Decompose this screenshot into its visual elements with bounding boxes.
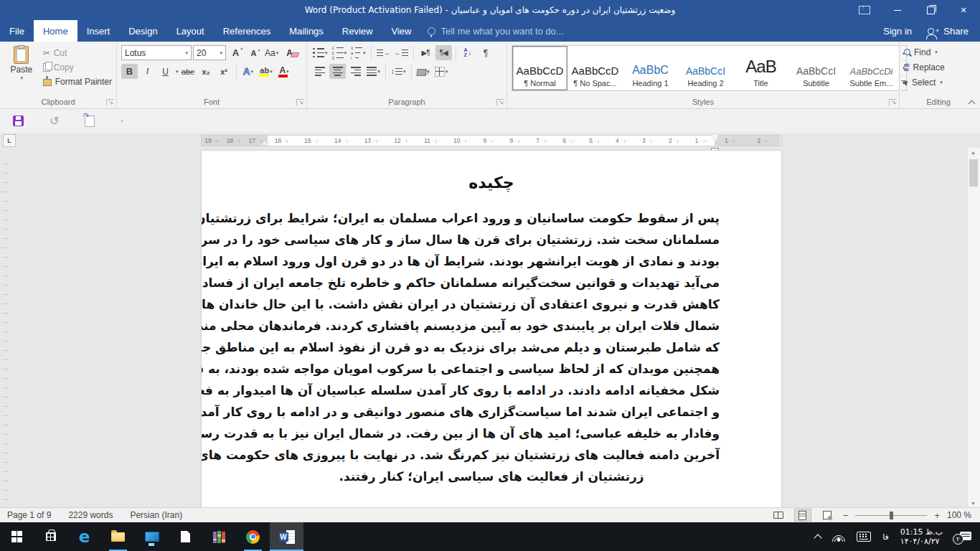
ltr-text-direction-button[interactable]: ▶¶	[418, 45, 434, 60]
rtl-text-direction-button[interactable]: ¶◀	[435, 45, 452, 60]
align-center-button[interactable]	[329, 64, 346, 79]
vertical-scrollbar[interactable]: ▲ ▼	[967, 148, 980, 508]
shrink-font-button[interactable]: A	[245, 45, 262, 60]
zoom-level[interactable]: 100 %	[947, 510, 971, 520]
read-mode-button[interactable]	[770, 509, 787, 522]
ribbon-tab[interactable]: Design	[119, 20, 166, 42]
touch-keyboard-icon[interactable]	[857, 532, 871, 542]
tell-me-box[interactable]: Tell me what you want to do...	[428, 20, 563, 42]
indent-marker-left[interactable]	[261, 140, 268, 145]
replace-button[interactable]: abacReplace	[904, 60, 973, 74]
superscript-button[interactable]: x²	[216, 64, 232, 79]
vertical-ruler[interactable]	[2, 155, 9, 501]
bold-button[interactable]: B	[121, 64, 138, 79]
minimize-button[interactable]	[881, 0, 914, 20]
close-button[interactable]: ✕	[947, 0, 980, 20]
taskbar-file-explorer[interactable]	[101, 522, 135, 551]
language-indicator[interactable]: Persian (Iran)	[130, 510, 182, 520]
repeat-icon[interactable]	[85, 116, 95, 127]
borders-button[interactable]: ▾	[433, 64, 450, 79]
collapse-ribbon-button[interactable]	[969, 99, 974, 105]
taskbar-winrar[interactable]	[202, 522, 236, 551]
word-count[interactable]: 2229 words	[68, 510, 113, 520]
font-name-combobox[interactable]: Lotus▾	[121, 45, 192, 60]
style-item[interactable]: AaBbCcDi Subtle Em...	[844, 46, 899, 90]
bullets-button[interactable]: ▾	[311, 45, 329, 60]
underline-dropdown-arrow[interactable]: ▾	[176, 69, 179, 75]
clipboard-dialog-launcher[interactable]: ↘	[106, 99, 114, 105]
increase-indent-button[interactable]: ←	[393, 45, 410, 60]
show-paragraph-marks-button[interactable]: ¶	[478, 45, 494, 60]
ribbon-display-options-button[interactable]	[848, 0, 881, 20]
format-painter-button[interactable]: Format Painter	[43, 75, 112, 88]
tray-chevron-icon[interactable]	[814, 534, 821, 542]
style-item[interactable]: AaBbCcD ¶ Normal	[512, 46, 567, 90]
start-button[interactable]	[0, 522, 34, 551]
clear-formatting-button[interactable]: A	[281, 45, 298, 60]
font-dialog-launcher[interactable]: ↘	[296, 99, 304, 105]
scrollbar-thumb[interactable]	[969, 159, 978, 187]
multilevel-list-button[interactable]: 1ai▾	[349, 45, 367, 60]
taskbar-this-pc[interactable]	[135, 522, 169, 551]
copy-button[interactable]: Copy	[43, 61, 112, 73]
style-item[interactable]: AaBbCcI Heading 2	[678, 46, 733, 90]
paste-dropdown-arrow[interactable]: ▾	[21, 75, 24, 81]
zoom-slider[interactable]	[855, 515, 927, 516]
underline-button[interactable]: U	[157, 64, 174, 79]
language-indicator-tray[interactable]: فا	[882, 532, 889, 542]
zoom-slider-thumb[interactable]	[890, 512, 893, 519]
taskbar-chrome[interactable]	[236, 522, 270, 551]
save-icon[interactable]	[13, 116, 24, 126]
style-item[interactable]: AaBbC Heading 1	[623, 46, 678, 90]
document-page[interactable]: چکیده پس از سقوط حکومت ساسانیان و ورود ا…	[201, 150, 782, 508]
ribbon-tab[interactable]: Review	[333, 20, 382, 42]
page-indicator[interactable]: Page 1 of 9	[7, 510, 51, 520]
subscript-button[interactable]: x₂	[198, 64, 215, 79]
align-right-button[interactable]	[347, 64, 364, 79]
taskbar-notepad[interactable]	[169, 522, 202, 551]
sort-button[interactable]: AZ↓	[460, 45, 476, 60]
justify-button[interactable]: ▾	[365, 64, 382, 79]
ribbon-tab[interactable]: File	[0, 20, 34, 42]
style-item[interactable]: AaBbCcI Subtitle	[788, 46, 844, 90]
zoom-in-button[interactable]: +	[934, 510, 940, 521]
customize-qat-dropdown[interactable]: ▾	[121, 118, 123, 124]
style-item[interactable]: AaBbCcD ¶ No Spac...	[567, 46, 623, 90]
print-layout-button[interactable]	[794, 509, 811, 522]
decrease-indent-button[interactable]: →	[375, 45, 392, 60]
font-size-combobox[interactable]: 20▾	[193, 45, 226, 60]
zoom-out-button[interactable]: −	[843, 510, 849, 521]
numbering-button[interactable]: 123▾	[331, 45, 349, 60]
taskbar-clock[interactable]: ب.ظ 01:15 ۱۴۰۴/۰۸/۲۷	[900, 527, 943, 546]
undo-icon[interactable]: ↺	[50, 116, 59, 126]
text-highlight-button[interactable]: ab▾	[258, 64, 275, 79]
strikethrough-button[interactable]: abe	[180, 64, 197, 79]
grow-font-button[interactable]: A	[227, 45, 244, 60]
styles-dialog-launcher[interactable]: ↘	[889, 99, 897, 105]
select-button[interactable]: Select▾	[904, 75, 973, 89]
cut-button[interactable]: ✂Cut	[43, 47, 112, 59]
horizontal-ruler[interactable]: 191817 16151413121110987654321 12	[201, 135, 782, 146]
ribbon-tab[interactable]: Home	[34, 20, 77, 42]
web-layout-button[interactable]	[819, 509, 836, 522]
text-effects-button[interactable]: A▾	[240, 64, 257, 79]
font-color-button[interactable]: A▾	[276, 64, 293, 79]
taskbar-store[interactable]	[34, 522, 67, 551]
restore-button[interactable]	[914, 0, 947, 20]
action-center-button[interactable]: ۲	[958, 532, 971, 542]
italic-button[interactable]: I	[139, 64, 156, 79]
wifi-icon[interactable]	[832, 532, 845, 542]
ribbon-tab[interactable]: View	[382, 20, 420, 42]
ribbon-tab[interactable]: Insert	[77, 20, 120, 42]
taskbar-edge[interactable]: e	[67, 522, 101, 551]
taskbar-word[interactable]: W	[270, 522, 303, 551]
scroll-up-arrow[interactable]: ▲	[971, 150, 976, 155]
tab-stop-selector[interactable]: L	[3, 134, 16, 147]
paste-button[interactable]: Paste ▾	[4, 45, 39, 88]
style-item[interactable]: AaB Title	[733, 46, 788, 90]
line-spacing-button[interactable]: ↕▾	[390, 64, 407, 79]
find-button[interactable]: Find▾	[904, 45, 973, 59]
align-left-button[interactable]	[311, 64, 328, 79]
ribbon-tab[interactable]: Layout	[167, 20, 214, 42]
paragraph-dialog-launcher[interactable]: ↘	[496, 99, 504, 105]
